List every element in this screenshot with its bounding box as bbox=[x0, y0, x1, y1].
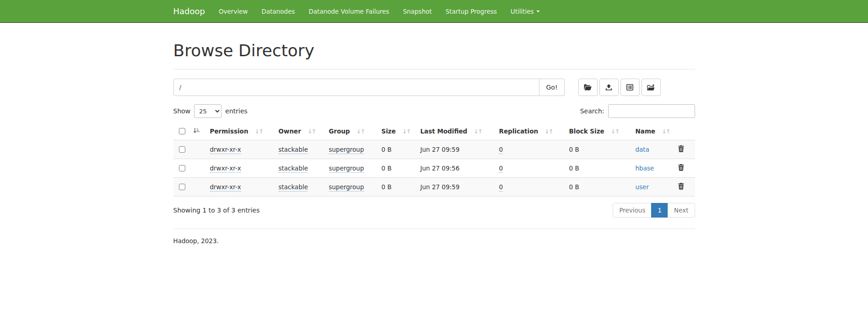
pagination-page-1[interactable]: 1 bbox=[651, 203, 668, 218]
actions-cell bbox=[674, 140, 695, 159]
sort-both-icon: ↓↑ bbox=[255, 128, 263, 135]
row-checkbox[interactable] bbox=[179, 184, 185, 190]
group-editable[interactable]: supergroup bbox=[329, 146, 364, 154]
nav-links: Overview Datanodes Datanode Volume Failu… bbox=[212, 0, 547, 22]
table-header-row: Permission↓↑ Owner↓↑ Group↓↑ Size↓↑ Last… bbox=[173, 122, 695, 140]
directory-input-group: Go! bbox=[173, 79, 565, 96]
permission-cell: drwxr-xr-x bbox=[206, 159, 275, 178]
page-title: Browse Directory bbox=[173, 41, 695, 60]
navbar: Hadoop Overview Datanodes Datanode Volum… bbox=[0, 0, 868, 23]
nav-item-utilities[interactable]: Utilities bbox=[504, 0, 547, 22]
row-select-cell bbox=[173, 178, 206, 197]
list-alt-button[interactable] bbox=[620, 79, 640, 96]
sort-both-icon: ↓↑ bbox=[402, 128, 410, 135]
show-label: Show bbox=[173, 107, 191, 115]
directory-listing-table: Permission↓↑ Owner↓↑ Group↓↑ Size↓↑ Last… bbox=[173, 122, 695, 197]
owner-editable[interactable]: stackable bbox=[279, 165, 308, 173]
block-size-cell: 0 B bbox=[566, 140, 632, 159]
table-row: drwxr-xr-x stackable supergroup 0 B Jun … bbox=[173, 178, 695, 197]
block-size-cell: 0 B bbox=[566, 178, 632, 197]
sort-both-icon: ↓↑ bbox=[545, 128, 553, 135]
caret-down-icon bbox=[536, 11, 540, 12]
footer-text: Hadoop, 2023. bbox=[173, 237, 695, 245]
pagination-previous[interactable]: Previous bbox=[613, 203, 652, 218]
go-parent-directory-button[interactable] bbox=[642, 79, 661, 96]
row-select-cell bbox=[173, 159, 206, 178]
permission-cell: drwxr-xr-x bbox=[206, 140, 275, 159]
column-label: Last Modified bbox=[421, 128, 468, 135]
nav-item-datanodes[interactable]: Datanodes bbox=[255, 0, 302, 22]
column-header-block-size[interactable]: Block Size↓↑ bbox=[566, 122, 632, 140]
directory-link-data[interactable]: data bbox=[636, 146, 649, 153]
row-checkbox[interactable] bbox=[179, 165, 185, 171]
column-header-name[interactable]: Name↓↑ bbox=[632, 122, 674, 140]
permission-editable[interactable]: drwxr-xr-x bbox=[210, 146, 241, 154]
nav-item-overview[interactable]: Overview bbox=[212, 0, 255, 22]
utilities-label: Utilities bbox=[511, 8, 534, 15]
pagination-next[interactable]: Next bbox=[668, 203, 695, 218]
group-editable[interactable]: supergroup bbox=[329, 183, 364, 192]
column-header-permission[interactable]: Permission↓↑ bbox=[206, 122, 275, 140]
column-header-last-modified[interactable]: Last Modified↓↑ bbox=[417, 122, 496, 140]
sort-both-icon: ↓↑ bbox=[307, 128, 316, 135]
delete-button[interactable] bbox=[677, 144, 685, 154]
last-modified-cell: Jun 27 09:59 bbox=[417, 178, 496, 197]
brand-hadoop[interactable]: Hadoop bbox=[173, 6, 212, 16]
table-row: drwxr-xr-x stackable supergroup 0 B Jun … bbox=[173, 140, 695, 159]
column-label: Name bbox=[636, 128, 656, 135]
table-footer: Showing 1 to 3 of 3 entries Previous 1 N… bbox=[173, 203, 695, 218]
trash-icon bbox=[678, 184, 684, 191]
permission-editable[interactable]: drwxr-xr-x bbox=[210, 165, 241, 173]
sort-both-icon: ↓↑ bbox=[662, 128, 670, 135]
list-alt-icon bbox=[626, 84, 633, 90]
go-button[interactable]: Go! bbox=[539, 79, 564, 96]
column-header-owner[interactable]: Owner↓↑ bbox=[275, 122, 325, 140]
nav-item-snapshot[interactable]: Snapshot bbox=[396, 0, 439, 22]
permission-editable[interactable]: drwxr-xr-x bbox=[210, 183, 241, 192]
replication-editable[interactable]: 0 bbox=[499, 146, 503, 154]
replication-editable[interactable]: 0 bbox=[499, 165, 503, 173]
replication-editable[interactable]: 0 bbox=[499, 183, 503, 192]
select-all-checkbox[interactable] bbox=[179, 128, 185, 134]
row-checkbox[interactable] bbox=[179, 146, 185, 153]
entries-info: Showing 1 to 3 of 3 entries bbox=[173, 207, 260, 214]
replication-cell: 0 bbox=[496, 178, 566, 197]
delete-button[interactable] bbox=[677, 163, 685, 173]
owner-editable[interactable]: stackable bbox=[279, 146, 308, 154]
delete-button[interactable] bbox=[677, 182, 685, 192]
column-label: Size bbox=[382, 128, 396, 135]
entries-label: entries bbox=[225, 107, 248, 115]
directory-link-user[interactable]: user bbox=[636, 183, 649, 191]
column-label: Permission bbox=[210, 128, 248, 135]
create-directory-button[interactable] bbox=[578, 79, 598, 96]
column-header-group[interactable]: Group↓↑ bbox=[325, 122, 378, 140]
last-modified-cell: Jun 27 09:59 bbox=[417, 140, 496, 159]
table-controls: Show 25 entries Search: bbox=[173, 104, 695, 118]
block-size-cell: 0 B bbox=[566, 159, 632, 178]
nav-item-datanode-volume-failures[interactable]: Datanode Volume Failures bbox=[302, 0, 396, 22]
upload-files-button[interactable] bbox=[599, 79, 619, 96]
table-row: drwxr-xr-x stackable supergroup 0 B Jun … bbox=[173, 159, 695, 178]
actions-cell bbox=[674, 178, 695, 197]
directory-path-input[interactable] bbox=[173, 79, 540, 96]
folder-up-icon bbox=[647, 84, 655, 91]
size-cell: 0 B bbox=[378, 159, 417, 178]
column-header-replication[interactable]: Replication↓↑ bbox=[496, 122, 566, 140]
hdfs-browser-page: Hadoop Overview Datanodes Datanode Volum… bbox=[0, 0, 868, 330]
replication-cell: 0 bbox=[496, 159, 566, 178]
directory-link-hbase[interactable]: hbase bbox=[636, 165, 654, 172]
explorer-actions-toolbar bbox=[578, 79, 663, 96]
select-all-header[interactable] bbox=[173, 122, 206, 140]
sort-both-icon: ↓↑ bbox=[611, 128, 619, 135]
page-size-select[interactable]: 25 bbox=[194, 104, 221, 118]
column-header-size[interactable]: Size↓↑ bbox=[378, 122, 417, 140]
group-editable[interactable]: supergroup bbox=[329, 165, 364, 173]
divider bbox=[173, 69, 695, 69]
upload-icon bbox=[605, 84, 612, 90]
sort-both-icon: ↓↑ bbox=[356, 128, 365, 135]
trash-icon bbox=[678, 165, 684, 172]
search-input[interactable] bbox=[608, 104, 695, 118]
nav-item-startup-progress[interactable]: Startup Progress bbox=[439, 0, 504, 22]
permission-cell: drwxr-xr-x bbox=[206, 178, 275, 197]
owner-editable[interactable]: stackable bbox=[279, 183, 308, 192]
